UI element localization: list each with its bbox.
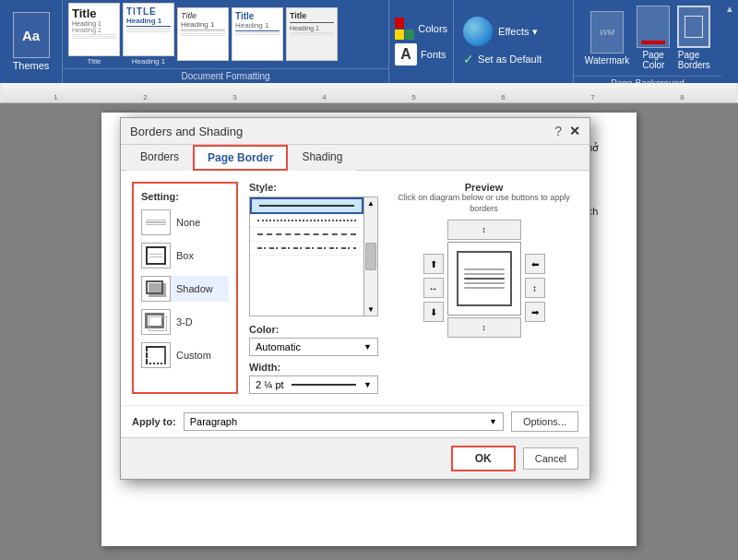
style-heading1[interactable]: TITLE Heading 1 Heading 1 [123,3,174,66]
tab-page-border[interactable]: Page Border [193,145,288,171]
preview-left-border-btn[interactable]: ⬅ [525,254,545,274]
setting-panel: Setting: None [132,182,238,394]
colors-label: Colors [418,23,447,34]
apply-dropdown-arrow: ▼ [489,417,497,426]
color-row: Color: Automatic ▼ [249,324,378,356]
page-color-button[interactable]: PageColor [637,6,670,70]
dialog-help-button[interactable]: ? [554,124,562,138]
scroll-up-icon[interactable]: ▲ [367,199,375,208]
watermark-button[interactable]: WM Watermark [585,11,630,66]
style-panel: Style: [249,182,378,394]
style-scrollbar[interactable]: ▲ ▼ [363,197,378,316]
ruler: 12345678 [0,83,738,103]
setting-shadow[interactable]: Shadow [141,276,229,302]
preview-right-border-btn[interactable]: ➡ [525,302,545,322]
setting-custom[interactable]: Custom [141,342,229,368]
preview-top-border-btn[interactable]: ⬆ [423,254,444,274]
tab-shading[interactable]: Shading [288,145,356,171]
preview-document [447,242,521,316]
preview-top-button[interactable]: ↕ [447,220,521,240]
effects-icon [463,17,493,46]
preview-label: Preview [389,182,578,193]
setting-3d[interactable]: 3-D [141,309,229,335]
document-area: Hen phế quản là bệnh viêm mạn tính của đ… [0,103,738,560]
fonts-icon: A [395,43,417,66]
themes-button[interactable]: Aa Themes [6,4,57,79]
page-borders-button[interactable]: PageBorders [677,6,710,70]
dialog-body: Setting: None [121,171,589,405]
watermark-label: Watermark [585,55,630,66]
ribbon: Aa Themes Title Heading 1 Heading 2 T [0,0,738,83]
effects-button[interactable]: Effects ▾ [463,17,564,46]
dialog-footer: OK Cancel [121,437,589,479]
style-title[interactable]: Title Heading 1 Heading 2 Title [68,3,120,66]
page-borders-label: PageBorders [678,50,710,70]
preview-bottom-button[interactable]: ↕ [447,317,521,338]
preview-middle-border-btn[interactable]: ↔ [423,278,444,298]
custom-label: Custom [176,350,211,361]
preview-hint: Click on diagram below or use buttons to… [389,193,578,214]
threed-label: 3-D [176,316,193,328]
tab-borders[interactable]: Borders [126,145,193,171]
shadow-icon [141,276,171,302]
dialog-close-button[interactable]: ✕ [569,124,580,138]
style-label: Style: [249,182,378,193]
style-box2[interactable]: Title Heading 1 [177,7,229,61]
custom-icon [141,342,171,368]
options-button[interactable]: Options... [511,411,578,432]
style-list-item-dotted[interactable] [250,214,363,228]
color-select[interactable]: Automatic ▼ [249,338,378,356]
cancel-button[interactable]: Cancel [523,447,578,470]
apply-to-label: Apply to: [132,416,176,427]
style-list-item-solid[interactable] [250,197,363,214]
colors-button[interactable]: Colors [395,18,447,40]
setting-box[interactable]: Box [141,243,229,268]
setting-none[interactable]: None [141,209,229,235]
style-box4[interactable]: Title Heading 1 [286,7,338,61]
set-default-button[interactable]: ✓ Set as Default [463,52,564,66]
apply-to-row: Apply to: Paragraph ▼ Options... [121,405,589,437]
apply-to-select[interactable]: Paragraph ▼ [184,412,504,431]
width-select[interactable]: 2 ¼ pt ▼ [249,375,378,394]
themes-section: Aa Themes [0,0,63,83]
setting-label: Setting: [141,191,229,202]
dialog-title: Borders and Shading [130,125,243,138]
preview-center-border-btn[interactable]: ↕ [525,278,545,298]
style-list[interactable] [249,197,363,316]
themes-icon: Aa [13,12,50,58]
style-box3[interactable]: Title Heading 1 [232,7,283,61]
style-list-item-dashdot[interactable] [250,242,363,256]
colors-fonts-section: Colors A Fonts [389,0,454,83]
dialog-tabs: Borders Page Border Shading [121,145,589,171]
ribbon-collapse-button[interactable]: ▲ [721,0,738,83]
fonts-label: Fonts [421,49,446,60]
box-label: Box [176,250,194,261]
page-color-label: PageColor [642,50,664,70]
page-background-section: WM Watermark PageColor PageBorders Page … [574,0,721,83]
ok-button[interactable]: OK [451,446,516,471]
color-label: Color: [249,324,378,335]
shadow-label: Shadow [176,283,213,294]
preview-bottom-border-btn[interactable]: ⬇ [423,302,444,322]
effects-section: Effects ▾ ✓ Set as Default [454,0,574,83]
threed-icon [141,309,171,335]
none-icon [141,209,171,235]
effects-label: Effects ▾ [498,26,538,38]
width-row: Width: 2 ¼ pt ▼ [249,362,378,394]
preview-panel: Preview Click on diagram below or use bu… [389,182,578,394]
width-dropdown-arrow: ▼ [363,380,372,389]
box-icon [141,243,171,268]
doc-formatting-label: Document Formatting [63,68,388,83]
style-list-item-dashed[interactable] [250,228,363,242]
watermark-icon: WM [590,11,624,54]
fonts-button[interactable]: A Fonts [395,43,447,66]
page-color-icon [637,6,670,48]
set-default-label: Set as Default [478,54,542,65]
themes-label: Themes [13,60,50,71]
none-label: None [176,217,200,228]
borders-shading-dialog: Borders and Shading ? ✕ Borders Page Bor… [120,117,590,480]
page-borders-icon [677,6,710,48]
collapse-icon: ▲ [725,4,734,14]
doc-formatting-section: Title Heading 1 Heading 2 Title TITLE He… [63,0,389,83]
scroll-down-icon[interactable]: ▼ [367,305,375,314]
